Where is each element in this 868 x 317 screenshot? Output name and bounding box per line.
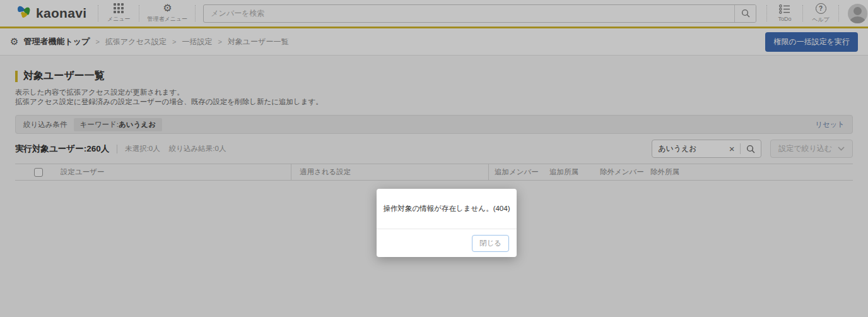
close-dialog-button[interactable]: 閉じる [472, 235, 509, 252]
modal-dim-overlay [0, 0, 868, 317]
error-dialog: 操作対象の情報が存在しません。(404) 閉じる [377, 189, 517, 257]
error-message: 操作対象の情報が存在しません。(404) [377, 189, 517, 229]
error-dialog-footer: 閉じる [377, 229, 517, 257]
app-window: kaonavi メニュー ⚙ 管理者メニュー メンバーを検索 [0, 0, 868, 317]
